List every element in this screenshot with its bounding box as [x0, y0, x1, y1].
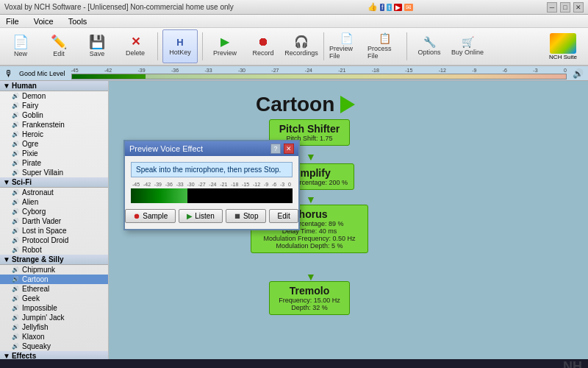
- sidebar-item-pixie[interactable]: 🔊 Pixie: [0, 149, 108, 158]
- sidebar-item-impossible[interactable]: 🔊 Impossible: [0, 303, 108, 313]
- youtube-icon[interactable]: ▶: [394, 4, 402, 11]
- sidebar-item-cyborg[interactable]: 🔊 Cyborg: [0, 207, 108, 216]
- titlebar: Voxal by NCH Software - [Unlicensed] Non…: [0, 0, 588, 15]
- sidebar-item-frankenstein[interactable]: 🔊 Frankenstein: [0, 120, 108, 130]
- sidebar-item-pirate[interactable]: 🔊 Pirate: [0, 158, 108, 168]
- sidebar-item-goblin[interactable]: 🔊 Goblin: [0, 110, 108, 120]
- dialog-close-button[interactable]: ✕: [284, 144, 294, 154]
- volume-small-icon: 🔊: [12, 189, 19, 196]
- record-button[interactable]: ⏺ Record: [245, 29, 281, 63]
- menu-voice[interactable]: Voice: [31, 17, 57, 26]
- volume-small-icon: 🔊: [12, 286, 19, 292]
- sidebar-item-robot[interactable]: 🔊 Robot: [0, 245, 108, 255]
- stop-button[interactable]: ⏹ Stop: [226, 209, 267, 223]
- sidebar-item-chipmunk[interactable]: 🔊 Chipmunk: [0, 265, 108, 275]
- sidebar-item-lost-in-space[interactable]: 🔊 Lost in Space: [0, 226, 108, 236]
- volume-small-icon: 🔊: [12, 324, 19, 330]
- edit-dialog-label: Edit: [277, 212, 290, 220]
- menubar: File Voice Tools: [0, 15, 588, 28]
- sidebar-item-heroic[interactable]: 🔊 Heroic: [0, 130, 108, 139]
- volume-small-icon: 🔊: [12, 333, 19, 340]
- group-human[interactable]: ▼ Human: [0, 81, 108, 91]
- sidebar-item-squeaky[interactable]: 🔊 Squeaky: [0, 342, 108, 351]
- preview-label: Preview: [213, 49, 237, 57]
- new-icon: 📄: [12, 35, 29, 49]
- level-ruler: [71, 74, 567, 79]
- volume-small-icon: 🔊: [12, 141, 19, 147]
- sidebar-item-geek[interactable]: 🔊 Geek: [0, 294, 108, 303]
- sidebar-item-super-villain[interactable]: 🔊 Super Villain: [0, 168, 108, 177]
- save-button[interactable]: 💾 Save: [79, 29, 115, 63]
- preview-button[interactable]: ▶ Preview: [207, 29, 243, 63]
- maximize-button[interactable]: □: [560, 2, 570, 13]
- volume-small-icon: 🔊: [12, 266, 19, 273]
- volume-small-icon: 🔊: [12, 150, 19, 157]
- chevron-down-icon: ▼: [3, 255, 10, 263]
- volume-small-icon: 🔊: [12, 102, 19, 109]
- listen-button[interactable]: ▶ Listen: [179, 209, 223, 223]
- record-label: Record: [252, 49, 273, 57]
- menu-tools[interactable]: Tools: [65, 17, 90, 26]
- delete-icon: ✕: [131, 36, 140, 48]
- thumbs-up-icon[interactable]: 👍: [368, 2, 378, 12]
- twitter-icon[interactable]: t: [387, 4, 392, 11]
- email-icon[interactable]: ✉: [404, 4, 413, 11]
- sidebar-item-jumpin-jack[interactable]: 🔊 Jumpin' Jack: [0, 313, 108, 322]
- sidebar-item-protocol-droid[interactable]: 🔊 Protocol Droid: [0, 236, 108, 245]
- volume-small-icon: 🔊: [12, 314, 19, 321]
- sample-icon: ⏺: [133, 212, 140, 220]
- record-icon: ⏺: [257, 36, 269, 48]
- sidebar-item-ethereal[interactable]: 🔊 Ethereal: [0, 284, 108, 294]
- hotkey-label: HotKey: [169, 49, 191, 56]
- dialog-help-button[interactable]: ?: [270, 144, 281, 154]
- sample-button[interactable]: ⏺ Sample: [125, 209, 176, 223]
- sidebar-item-jellyfish[interactable]: 🔊 Jellyfish: [0, 322, 108, 332]
- hotkey-button[interactable]: H HotKey: [162, 29, 198, 63]
- sidebar-item-fairy[interactable]: 🔊 Fairy: [0, 101, 108, 110]
- edit-button[interactable]: ✏️ Edit: [41, 29, 76, 63]
- sidebar-item-darth-vader[interactable]: 🔊 Darth Vader: [0, 216, 108, 226]
- window-controls[interactable]: ─ □ ✕: [547, 2, 584, 13]
- recordings-button[interactable]: 🎧 Recordings: [284, 29, 319, 63]
- nch-suite-button[interactable]: NCH Suite: [541, 29, 585, 63]
- options-icon: 🔧: [423, 37, 436, 47]
- preview-icon: ▶: [220, 36, 229, 48]
- close-button[interactable]: ✕: [573, 2, 584, 13]
- delete-label: Delete: [126, 49, 145, 57]
- volume-small-icon: 🔊: [12, 237, 19, 244]
- process-file-button[interactable]: 📋 Process File: [367, 29, 402, 63]
- stop-icon: ⏹: [234, 212, 241, 220]
- volume-icon[interactable]: 🔊: [573, 68, 584, 79]
- group-scifi[interactable]: ▼ Sci-Fi: [0, 177, 108, 188]
- buy-online-button[interactable]: 🛒 Buy Online: [450, 29, 485, 63]
- bottom-bar: NH: [0, 359, 588, 368]
- group-strange-silly[interactable]: ▼ Strange & Silly: [0, 255, 108, 265]
- volume-small-icon: 🔊: [12, 160, 19, 166]
- buy-online-label: Buy Online: [451, 49, 484, 56]
- minimize-button[interactable]: ─: [547, 2, 557, 13]
- sidebar-item-demon[interactable]: 🔊 Demon: [0, 91, 108, 101]
- preview-dialog: Preview Voice Effect ? ✕ Speak into the …: [123, 140, 300, 230]
- hotkey-icon: H: [176, 38, 183, 47]
- listen-label: Listen: [195, 212, 215, 220]
- edit-icon: ✏️: [51, 35, 67, 49]
- edit-dialog-button[interactable]: Edit: [269, 209, 298, 223]
- sidebar-item-klaxon[interactable]: 🔊 Klaxon: [0, 332, 108, 342]
- nch-suite-label: NCH Suite: [549, 54, 577, 60]
- sidebar-item-cartoon[interactable]: 🔊 Cartoon: [0, 275, 108, 284]
- sidebar-item-astronaut[interactable]: 🔊 Astronaut: [0, 188, 108, 197]
- preview-file-button[interactable]: 📄 Preview File: [329, 29, 364, 63]
- new-button[interactable]: 📄 New: [3, 29, 38, 63]
- dialog-title: Preview Voice Effect: [129, 144, 203, 153]
- save-label: Save: [90, 50, 105, 57]
- edit-label: Edit: [53, 50, 65, 57]
- menu-file[interactable]: File: [3, 17, 22, 26]
- level-meter-bar: [131, 188, 187, 203]
- facebook-icon[interactable]: f: [380, 4, 385, 11]
- dialog-instruction: Speak into the microphone, then press St…: [131, 162, 293, 177]
- options-button[interactable]: 🔧 Options: [412, 29, 447, 63]
- sidebar-item-alien[interactable]: 🔊 Alien: [0, 197, 108, 207]
- sep2: [202, 32, 203, 60]
- sidebar-item-ogre[interactable]: 🔊 Ogre: [0, 139, 108, 149]
- delete-button[interactable]: ✕ Delete: [118, 29, 153, 63]
